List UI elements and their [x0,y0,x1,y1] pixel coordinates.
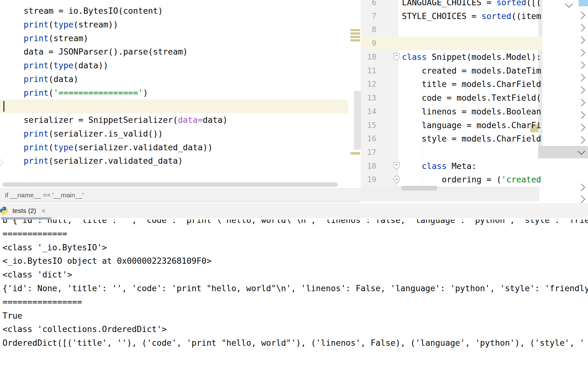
code-token: language = models.CharFi [402,120,541,130]
code-line[interactable]: print(data) [4,72,78,86]
chevron-right-icon[interactable] [577,195,585,203]
console-output[interactable]: b'{"id": null, "title": "", "code": "pri… [0,219,588,366]
chevron-right-icon[interactable] [577,74,585,81]
code-token: type [54,60,74,70]
ide-window: stream = io.BytesIO(content) print(type(… [0,0,588,366]
code-token [4,60,24,70]
vertical-scrollbar-thumb[interactable] [354,91,361,150]
code-token: title = models.CharField [402,79,541,89]
close-icon[interactable]: ✕ [41,207,46,214]
code-token: data) [203,115,228,125]
code-line[interactable]: language = models.CharFi [402,118,541,132]
code-line[interactable]: style = models.CharField [402,132,541,146]
code-token: print [24,60,49,70]
code-line[interactable]: class Meta: [402,159,476,173]
tab-label: tests (2) [12,207,36,214]
code-token: (serializer.validated_data) [49,156,183,166]
line-number: 11 [361,64,376,78]
right-pane-bottom-track [361,186,539,201]
code-line[interactable]: data = JSONParser().parse(stream) [4,45,188,59]
code-line[interactable]: print('================') [4,86,148,100]
code-token: code = models.TextField( [402,93,541,103]
code-line[interactable]: title = models.CharField [402,77,541,91]
code-token: created = models.DateTim [402,66,541,75]
collapsed-region-bar[interactable] [538,146,588,158]
code-line[interactable]: print(type(data)) [4,59,108,72]
code-token: print [24,88,49,98]
code-token: (data) [49,74,79,84]
code-token: 'created [501,175,541,184]
code-token [4,156,24,166]
stripe-mark[interactable] [350,152,360,155]
code-token: sorted [496,0,526,7]
code-line[interactable]: print(type(stream)) [4,18,118,31]
code-token: type [54,20,74,29]
code-token: ) [143,88,148,98]
horizontal-scrollbar-thumb-right[interactable] [401,186,437,190]
code-token [4,129,24,138]
chevron-right-icon[interactable] [577,61,585,69]
editor-pane-left[interactable]: stream = io.BytesIO(content) print(type(… [0,0,361,188]
line-number: 14 [361,105,376,118]
code-token: data= [178,115,203,125]
code-line[interactable]: LANGUAGE_CHOICES = sorted([( [402,0,541,9]
editor-pane-right-code[interactable]: LANGUAGE_CHOICES = sorted([(STYLE_CHOICE… [398,0,542,186]
code-line[interactable]: linenos = models.Boolean [402,105,541,118]
stripe-mark[interactable] [350,32,360,35]
code-line[interactable]: STYLE_CHOICES = sorted((item [402,9,541,23]
active-tab-underline [1,217,51,219]
stripe-mark[interactable] [350,36,360,38]
code-token: STYLE_CHOICES = [402,11,481,21]
code-line[interactable]: print(stream) [4,31,88,45]
code-token: ( [49,20,54,29]
chevron-right-icon[interactable] [577,86,585,94]
code-token: type [54,142,74,152]
code-token: print [24,20,49,29]
chevron-right-icon[interactable] [577,24,585,31]
console-line: {'id': None, 'title': '', 'code': 'print… [2,282,588,295]
code-token: (stream)) [73,20,118,29]
chevron-right-icon[interactable] [577,111,585,119]
chevron-right-icon[interactable] [577,183,585,191]
chevron-right-icon[interactable] [577,99,585,106]
chevron-down-icon[interactable] [577,147,585,155]
code-line[interactable]: class Snippet(models.Model): [402,50,541,64]
console-line: True [2,309,22,323]
chevron-down-icon[interactable] [565,0,573,8]
code-token [4,142,24,152]
horizontal-scrollbar-thumb-left[interactable] [2,182,338,187]
code-line[interactable]: print(serializer.is_valid()) [4,127,163,141]
code-token: (serializer.validated_data)) [73,142,213,152]
console-line: b'{"id": null, "title": "", "code": "pri… [2,219,588,227]
stripe-mark[interactable] [350,29,360,31]
stripe-mark[interactable] [350,39,360,41]
chevron-right-icon[interactable] [577,136,585,144]
code-line[interactable]: ordering = ('created [402,173,541,186]
code-token: '================' [54,88,143,98]
code-token: class [402,52,427,62]
code-line[interactable]: created = models.DateTim [402,64,541,78]
code-line[interactable]: print(type(serializer.validated_data)) [4,141,213,154]
line-number: 15 [361,118,376,132]
console-line: <class 'dict'> [2,268,72,282]
code-line[interactable]: stream = io.BytesIO(content) [4,4,163,18]
chevron-right-icon[interactable] [577,11,585,19]
chevron-right-icon[interactable] [577,123,585,131]
chevron-right-icon[interactable] [577,36,585,44]
editor-corner-icon[interactable] [579,0,588,6]
code-line[interactable]: print(serializer.validated_data) [4,154,183,168]
line-number: 9 [361,36,376,50]
line-number: 6 [361,0,376,9]
code-token [4,88,24,98]
code-line[interactable]: serializer = SnippetSerializer(data=data… [4,113,228,127]
code-token: Snippet(models.Model): [427,52,541,62]
sticky-scope-line[interactable]: if __name__ == '__main__' [0,188,361,202]
code-token: (data)) [73,60,108,70]
code-token [402,161,422,171]
code-token: print [24,33,49,43]
console-line: ============= [2,227,67,241]
python-icon [0,206,9,215]
tab-tests[interactable]: tests (2) ✕ [0,203,46,218]
chevron-right-icon[interactable] [577,49,585,56]
code-line[interactable]: code = models.TextField( [402,91,541,105]
